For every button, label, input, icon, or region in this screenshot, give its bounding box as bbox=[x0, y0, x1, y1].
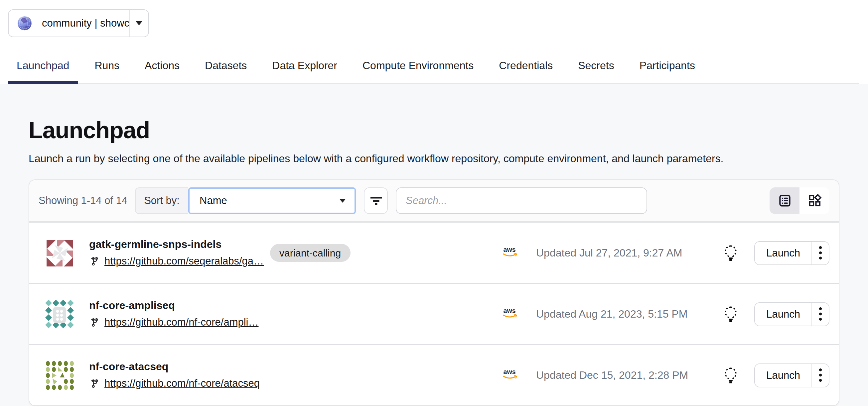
launch-button[interactable]: Launch bbox=[755, 303, 811, 326]
view-toggle-group bbox=[770, 188, 830, 214]
filter-icon bbox=[370, 196, 382, 206]
lightbulb-icon bbox=[721, 244, 739, 262]
more-actions-button[interactable] bbox=[811, 364, 829, 387]
aws-logo: aws bbox=[501, 307, 520, 319]
lightbulb-icon bbox=[721, 305, 739, 323]
kebab-menu-icon bbox=[819, 368, 822, 382]
tab-label: Datasets bbox=[205, 60, 247, 71]
pipeline-avatar-ampliseq bbox=[44, 299, 75, 330]
more-actions-button[interactable] bbox=[811, 242, 829, 265]
tab-label: Launchpad bbox=[17, 60, 69, 71]
lightbulb-icon bbox=[721, 367, 739, 384]
updated-timestamp: Updated Aug 21, 2023, 5:15 PM bbox=[536, 308, 716, 320]
launch-button[interactable]: Launch bbox=[755, 242, 811, 265]
page-title: Launchpad bbox=[29, 117, 839, 144]
provider-label: aws bbox=[503, 307, 516, 314]
repo-link[interactable]: https://github.com/nf-core/atacseq bbox=[104, 378, 260, 390]
kebab-menu-icon bbox=[819, 307, 822, 321]
showing-count: Showing 1-14 of 14 bbox=[38, 195, 127, 207]
repo-link[interactable]: https://github.com/nf-core/ampli… bbox=[104, 317, 259, 329]
workspace-label: community | showcase bbox=[42, 17, 129, 29]
aws-logo: aws bbox=[501, 368, 520, 380]
pipeline-name: nf-core-atacseq bbox=[89, 361, 270, 373]
pipeline-info: gatk-germline-snps-indels https://github… bbox=[89, 239, 270, 267]
repo-link[interactable]: https://github.com/seqeralabs/ga… bbox=[104, 256, 264, 267]
tab-credentials[interactable]: Credentials bbox=[490, 54, 561, 84]
tab-label: Participants bbox=[640, 60, 695, 71]
grid-view-toggle[interactable] bbox=[800, 188, 830, 214]
page-description: Launch a run by selecting one of the ava… bbox=[29, 153, 839, 165]
provider-cell: aws bbox=[501, 245, 536, 261]
pipeline-avatar-gatk bbox=[44, 238, 75, 268]
grid-view-icon bbox=[807, 194, 822, 208]
main-content: Launchpad Launch a run by selecting one … bbox=[0, 84, 868, 406]
tab-secrets[interactable]: Secrets bbox=[569, 54, 623, 84]
filter-button[interactable] bbox=[364, 188, 388, 214]
pipeline-info: nf-core-ampliseq https://github.com/nf-c… bbox=[89, 300, 270, 329]
tag-chip: variant-calling bbox=[270, 244, 350, 262]
launch-button[interactable]: Launch bbox=[755, 364, 811, 387]
sort-by-group: Sort by: Name bbox=[135, 188, 356, 214]
pipeline-tags: variant-calling bbox=[270, 244, 501, 262]
tab-label: Compute Environments bbox=[363, 60, 473, 71]
aws-logo: aws bbox=[501, 245, 520, 258]
git-branch-icon bbox=[89, 317, 99, 328]
updated-timestamp: Updated Jul 27, 2021, 9:27 AM bbox=[536, 247, 716, 259]
pipeline-name: nf-core-ampliseq bbox=[89, 300, 270, 312]
workspace-nav-tabs: Launchpad Runs Actions Datasets Data Exp… bbox=[8, 54, 859, 84]
launch-button-group: Launch bbox=[754, 241, 830, 265]
provider-cell: aws bbox=[501, 368, 536, 383]
updated-timestamp: Updated Dec 15, 2021, 2:28 PM bbox=[536, 369, 716, 381]
launch-button-group: Launch bbox=[754, 364, 830, 387]
pipelines-card: Showing 1-14 of 14 Sort by: Name bbox=[29, 180, 839, 406]
search-input[interactable] bbox=[396, 188, 647, 214]
tab-compute-environments[interactable]: Compute Environments bbox=[354, 54, 482, 84]
list-view-toggle[interactable] bbox=[770, 188, 800, 214]
sort-by-label: Sort by: bbox=[135, 188, 188, 214]
launch-button-group: Launch bbox=[754, 302, 830, 326]
chevron-down-icon bbox=[339, 199, 346, 203]
launchpad-page: community | showcase Launchpad Runs Acti… bbox=[0, 0, 868, 406]
pipeline-info: nf-core-atacseq https://github.com/nf-co… bbox=[89, 361, 270, 390]
sort-value: Name bbox=[199, 195, 227, 207]
top-bar: community | showcase Launchpad Runs Acti… bbox=[0, 0, 868, 84]
git-branch-icon bbox=[89, 379, 99, 389]
tab-launchpad[interactable]: Launchpad bbox=[8, 54, 78, 84]
tab-label: Secrets bbox=[578, 60, 614, 71]
chevron-down-icon bbox=[136, 21, 142, 25]
tab-actions[interactable]: Actions bbox=[136, 54, 188, 84]
tab-datasets[interactable]: Datasets bbox=[196, 54, 255, 84]
list-view-icon bbox=[777, 194, 792, 208]
workspace-caret-button[interactable] bbox=[130, 21, 148, 25]
pipeline-name: gatk-germline-snps-indels bbox=[89, 239, 270, 251]
git-branch-icon bbox=[89, 257, 99, 266]
provider-label: aws bbox=[503, 368, 516, 375]
pipeline-row: nf-core-atacseq https://github.com/nf-co… bbox=[29, 344, 839, 406]
provider-label: aws bbox=[503, 246, 516, 253]
pipeline-row: nf-core-ampliseq https://github.com/nf-c… bbox=[29, 283, 839, 344]
tab-runs[interactable]: Runs bbox=[86, 54, 128, 84]
tab-label: Runs bbox=[94, 60, 119, 71]
globe-icon bbox=[16, 14, 33, 32]
workspace-selector[interactable]: community | showcase bbox=[8, 9, 149, 37]
tab-participants[interactable]: Participants bbox=[631, 54, 704, 84]
sort-select[interactable]: Name bbox=[188, 188, 356, 214]
tab-label: Data Explorer bbox=[272, 60, 337, 71]
kebab-menu-icon bbox=[819, 246, 822, 260]
pipelines-toolbar: Showing 1-14 of 14 Sort by: Name bbox=[29, 180, 839, 222]
more-actions-button[interactable] bbox=[811, 303, 829, 326]
tab-label: Actions bbox=[145, 60, 180, 71]
pipeline-avatar-atacseq bbox=[44, 360, 75, 391]
tab-data-explorer[interactable]: Data Explorer bbox=[264, 54, 346, 84]
tab-label: Credentials bbox=[499, 60, 553, 71]
pipeline-row: gatk-germline-snps-indels https://github… bbox=[29, 222, 839, 283]
provider-cell: aws bbox=[501, 307, 536, 322]
